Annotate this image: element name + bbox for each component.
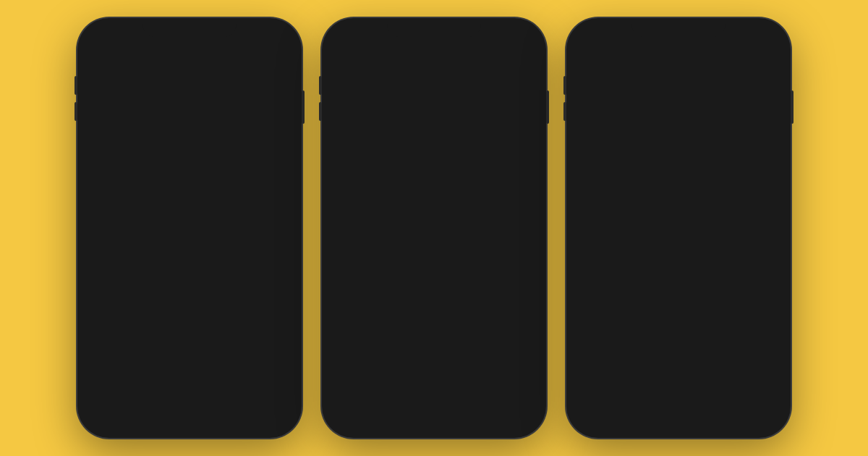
vegetables-label-middle: Vegetables	[435, 253, 539, 267]
sweets-label-right: Sweets	[574, 305, 678, 319]
vegetables-label-left: Vegetables	[191, 156, 294, 170]
signal-icon: ▲	[250, 31, 258, 39]
time-right: 12:59	[585, 30, 608, 40]
basket-icon-middle[interactable]: 🛒	[510, 44, 530, 64]
search-icon-right[interactable]: 🔍	[731, 46, 747, 62]
staples-label-right: Staples & Pant...	[680, 230, 783, 245]
menu-icon-middle[interactable]: ☰	[338, 46, 349, 62]
tile-dairy-left[interactable]: 🥚🥛🧈🧆 Dairy & Eggs	[85, 247, 189, 319]
scroll-area-left: 🍋🍉🥝🏝️ Fruits 🥒🍅🥑🥬 Vegetables 🥨🥜🧀🍿 Snacks…	[83, 96, 296, 431]
phone-right: 12:59 ▲ WiFi ▮ ☰ JOKR 🔍 🛒 Delivery	[566, 18, 791, 438]
signal-icon-m: ▲	[495, 31, 502, 39]
wifi-icon-m: WiFi	[505, 31, 520, 39]
dairy-label-right: Dairy & Eggs	[574, 230, 678, 245]
dairy-icons-right: 🥚🥛🧈🧆	[574, 172, 678, 230]
beverages-icons-middle: 🥤🍾🧃🍺	[435, 269, 539, 327]
tile-sweets-right[interactable]: 🍫🍬🍭🍩 Sweets	[574, 247, 678, 319]
staples-icons-left: 🥫🍝🧄🌾	[191, 247, 294, 305]
scroll-area-middle: 🛒🥑🍋🥤 Get your favorite products DELIVERE…	[328, 96, 540, 431]
snacks-label-middle: Snacks	[330, 327, 433, 342]
battery-icon-m: ▮	[523, 31, 527, 39]
status-bar-right: 12:59 ▲ WiFi ▮	[572, 25, 785, 41]
categories-grid-left: 🍋🍉🥝🏝️ Fruits 🥒🍅🥑🥬 Vegetables 🥨🥜🧀🍿 Snacks…	[83, 96, 296, 321]
basket-icon-right[interactable]: 🛒	[754, 44, 775, 64]
scroll-area-right: 🥨🥜🧀🍿 Snacks 🥤🍾🧃🍺 Beverages 🥚🥛🧈🧆 Dairy & …	[572, 96, 785, 431]
categories-grid-middle: 🍋🍉🥝🏝️ Fruits 🥒🍅🥑🥬 Vegetables 🥨🥜🧀🍿 Snacks…	[328, 193, 540, 344]
dot-1[interactable]	[427, 186, 433, 191]
fruits-label-left: Fruits	[85, 156, 189, 170]
tile-snacks-right[interactable]: 🥨🥜🧀🍿 Snacks	[574, 98, 678, 170]
tile-vegetables-middle[interactable]: 🥒🍅🥑🥬 Vegetables	[435, 195, 539, 267]
tile-vegetables-left[interactable]: 🥒🍅🥑🥬 Vegetables	[191, 98, 294, 170]
snacks-label-right: Snacks	[574, 156, 678, 170]
tile-fruits-left[interactable]: 🍋🍉🥝🏝️ Fruits	[85, 98, 189, 170]
beverages-icons-left: 🥤🍾🧃🍺	[191, 172, 294, 230]
search-icon-middle[interactable]: 🔍	[487, 46, 503, 62]
time-middle: 1:00	[341, 30, 358, 40]
staples-label-left: Staples & Pant...	[191, 305, 294, 319]
sweets-icons-right: 🍫🍬🍭🍩	[574, 247, 678, 305]
snacks-label-left: Snacks	[85, 230, 189, 245]
battery-icon: ▮	[278, 31, 283, 39]
wifi-icon-r: WiFi	[749, 31, 765, 39]
beverages-label-right: Beverages	[680, 156, 783, 170]
cleaning-icons-right: 🧹🧴🧼🪣	[680, 247, 783, 305]
tile-snacks-middle[interactable]: 🥨🥜🧀🍿 Snacks	[330, 269, 433, 342]
wifi-icon: WiFi	[260, 31, 276, 39]
tile-beverages-left[interactable]: 🥤🍾🧃🍺 Beverages	[191, 172, 294, 245]
fruits-icons-middle: 🍋🍉🥝🏝️	[330, 195, 433, 253]
tile-snacks-left[interactable]: 🥨🥜🧀🍿 Snacks	[85, 172, 189, 245]
nav-right-left: 🔍 🛒	[242, 44, 286, 64]
battery-icon-r: ▮	[767, 31, 772, 39]
jokr-logo-right: JOKR	[639, 45, 686, 64]
beverages-label-left: Beverages	[191, 230, 294, 245]
status-icons-middle: ▲ WiFi ▮	[495, 31, 527, 39]
vegetables-icons-left: 🥒🍅🥑🥬	[191, 98, 294, 156]
staples-icons-right: 🥫🍝🧄🌾	[680, 172, 783, 230]
snacks-icons-right: 🥨🥜🧀🍿	[574, 98, 678, 156]
delivery-bar-right: Delivery to 371 Broadway, New York, New …	[572, 69, 785, 96]
search-icon-left[interactable]: 🔍	[242, 46, 258, 62]
delivery-bar-left: Delivery to 371 Broadway, New York, New …	[83, 69, 296, 96]
carousel-dots	[328, 186, 540, 191]
cleaning-label-right: Cleaning	[680, 305, 783, 319]
nav-right-right: 🔍 🛒	[731, 44, 775, 64]
nav-bar-left: ☰ JOKR 🔍 🛒	[83, 41, 296, 69]
dot-2[interactable]	[436, 186, 441, 191]
promo-text2: DELIVERED IN 15 MIN	[373, 152, 495, 166]
vegetables-icons-middle: 🥒🍅🥑🥬	[435, 195, 539, 253]
tile-cleaning-right[interactable]: 🧹🧴🧼🪣 Cleaning	[680, 247, 783, 319]
status-icons-left: ▲ WiFi ▮	[250, 31, 283, 39]
categories-grid-right: 🥨🥜🧀🍿 Snacks 🥤🍾🧃🍺 Beverages 🥚🥛🧈🧆 Dairy & …	[572, 96, 785, 321]
promo-banner[interactable]: 🛒🥑🍋🥤 Get your favorite products DELIVERE…	[330, 98, 538, 183]
dairy-icons-left: 🥚🥛🧈🧆	[85, 247, 189, 305]
basket-icon-left[interactable]: 🛒	[265, 44, 286, 64]
tile-beverages-middle[interactable]: 🥤🍾🧃🍺 Beverages	[435, 269, 539, 342]
snacks-icons-middle: 🥨🥜🧀🍿	[330, 269, 433, 327]
phone-left: 12:59 ▲ WiFi ▮ ☰ JOKR 🔍 🛒 Delivery	[77, 18, 302, 438]
status-bar-middle: 1:00 ▲ WiFi ▮	[328, 25, 540, 41]
jokr-logo-middle: JOKR	[394, 45, 441, 64]
beverages-icons-right: 🥤🍾🧃🍺	[680, 98, 783, 156]
status-bar-left: 12:59 ▲ WiFi ▮	[83, 25, 296, 41]
phone-screen-right: 12:59 ▲ WiFi ▮ ☰ JOKR 🔍 🛒 Delivery	[572, 25, 785, 431]
delivery-bar-middle: Delivery to 371 Broadway, New York, New …	[328, 69, 540, 96]
tile-dairy-right[interactable]: 🥚🥛🧈🧆 Dairy & Eggs	[574, 172, 678, 245]
phone-middle: 1:00 ▲ WiFi ▮ ☰ JOKR 🔍 🛒 Delivery	[322, 18, 546, 438]
nav-bar-middle: ☰ JOKR 🔍 🛒	[328, 41, 540, 69]
tile-beverages-right[interactable]: 🥤🍾🧃🍺 Beverages	[680, 98, 783, 170]
menu-icon-left[interactable]: ☰	[93, 46, 105, 62]
nav-bar-right: ☰ JOKR 🔍 🛒	[572, 41, 785, 69]
nav-right-middle: 🔍 🛒	[487, 44, 530, 64]
status-icons-right: ▲ WiFi ▮	[739, 31, 772, 39]
beverages-label-middle: Beverages	[435, 327, 539, 342]
promo-text1: Get your favorite products	[388, 142, 480, 151]
tile-fruits-middle[interactable]: 🍋🍉🥝🏝️ Fruits	[330, 195, 433, 267]
fruits-icons-left: 🍋🍉🥝🏝️	[85, 98, 189, 156]
signal-icon-r: ▲	[739, 31, 746, 39]
menu-icon-right[interactable]: ☰	[582, 46, 594, 62]
phone-screen-middle: 1:00 ▲ WiFi ▮ ☰ JOKR 🔍 🛒 Delivery	[328, 25, 540, 431]
tile-staples-left[interactable]: 🥫🍝🧄🌾 Staples & Pant...	[191, 247, 294, 319]
tile-staples-right[interactable]: 🥫🍝🧄🌾 Staples & Pant...	[680, 172, 783, 245]
snacks-icons-left: 🥨🥜🧀🍿	[85, 172, 189, 230]
